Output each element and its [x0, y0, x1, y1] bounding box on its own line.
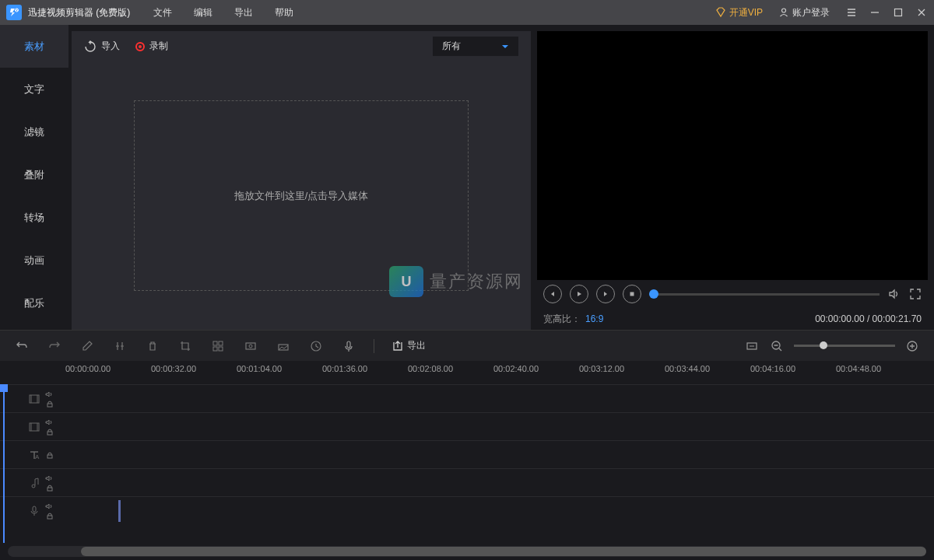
zoom-out-button[interactable] — [769, 338, 785, 354]
voiceover-tool[interactable] — [341, 338, 356, 354]
ruler-mark: 00:01:04.00 — [237, 364, 282, 373]
aspect-value[interactable]: 16:9 — [585, 313, 603, 324]
export-icon — [392, 340, 404, 352]
media-dropzone[interactable]: 拖放文件到这里/点击导入媒体 — [134, 100, 469, 291]
undo-button[interactable] — [14, 338, 30, 354]
close-button[interactable] — [915, 6, 928, 19]
diamond-icon — [715, 7, 726, 18]
menu-help[interactable]: 帮助 — [275, 6, 293, 19]
svg-rect-3 — [630, 292, 634, 296]
export-label: 导出 — [407, 339, 426, 352]
duration-tool[interactable] — [308, 338, 324, 354]
volume-icon[interactable] — [45, 418, 54, 426]
prev-frame-button[interactable] — [543, 285, 562, 303]
sidebar-tab-transition[interactable]: 转场 — [0, 196, 68, 239]
track-text[interactable]: A — [0, 440, 934, 468]
track-audio[interactable] — [0, 468, 934, 496]
timeline-scrollbar[interactable] — [8, 546, 926, 557]
crop-tool[interactable] — [177, 338, 193, 354]
ruler-mark: 00:00:00.00 — [65, 364, 111, 373]
svg-rect-22 — [47, 488, 52, 491]
vip-button[interactable]: 开通VIP — [715, 6, 763, 19]
svg-rect-6 — [213, 347, 217, 351]
sidebar-tab-overlay[interactable]: 叠附 — [0, 153, 68, 196]
preview-progress-thumb[interactable] — [649, 289, 658, 299]
menu-file[interactable]: 文件 — [153, 6, 172, 19]
lock-icon[interactable] — [45, 400, 54, 408]
media-panel: 导入 录制 所有 拖放文件到这里/点击导入媒体 — [72, 31, 531, 330]
redo-button[interactable] — [47, 338, 62, 354]
ruler-mark: 00:04:48.00 — [836, 364, 881, 373]
login-button[interactable]: 账户登录 — [778, 6, 830, 19]
ruler-mark: 00:02:40.00 — [493, 364, 539, 373]
svg-rect-21 — [47, 455, 52, 458]
import-button[interactable]: 导入 — [84, 40, 120, 53]
import-icon — [84, 40, 97, 53]
track-voice[interactable] — [0, 496, 934, 524]
track-head: A — [0, 441, 62, 468]
mosaic-tool[interactable] — [210, 338, 226, 354]
track-head — [0, 385, 62, 412]
sidebar: 素材 文字 滤镜 叠附 转场 动画 配乐 — [0, 25, 68, 330]
volume-icon[interactable] — [45, 474, 54, 482]
svg-rect-7 — [219, 347, 223, 351]
menu-edit[interactable]: 编辑 — [194, 6, 212, 19]
app-logo — [6, 5, 22, 20]
minimize-button[interactable] — [869, 6, 881, 19]
preview-screen[interactable] — [537, 31, 928, 280]
fit-zoom-button[interactable] — [744, 338, 760, 354]
sidebar-tab-filter[interactable]: 滤镜 — [0, 110, 68, 153]
edit-tool[interactable] — [79, 338, 95, 354]
time-display: 00:00:00.00 / 00:00:21.70 — [815, 313, 922, 324]
preview-info: 宽高比： 16:9 00:00:00.00 / 00:00:21.70 — [537, 308, 928, 330]
svg-rect-10 — [279, 345, 288, 350]
menu-export[interactable]: 导出 — [234, 6, 253, 19]
zoom-slider[interactable] — [794, 345, 895, 347]
tracks: A — [0, 384, 934, 543]
svg-rect-2 — [895, 9, 902, 16]
lock-icon[interactable] — [45, 428, 54, 436]
ruler-mark: 00:04:16.00 — [750, 364, 795, 373]
zoom-tool[interactable] — [276, 338, 291, 354]
play-button[interactable] — [570, 285, 588, 303]
sidebar-tab-music[interactable]: 配乐 — [0, 282, 68, 324]
next-frame-button[interactable] — [596, 285, 615, 303]
zoom-in-button[interactable] — [904, 338, 920, 354]
lock-icon[interactable] — [45, 512, 54, 520]
lock-icon[interactable] — [45, 484, 54, 492]
film-icon — [28, 421, 40, 433]
playhead[interactable] — [3, 384, 5, 543]
stop-button[interactable] — [623, 285, 641, 303]
record-button[interactable]: 录制 — [135, 40, 168, 53]
timeline-export-button[interactable]: 导出 — [392, 339, 426, 352]
media-filter-select[interactable]: 所有 — [433, 37, 518, 56]
vip-label: 开通VIP — [729, 6, 763, 19]
zoom-thumb[interactable] — [820, 341, 827, 349]
track-head — [0, 413, 62, 440]
sidebar-tab-media[interactable]: 素材 — [0, 25, 68, 68]
fullscreen-icon — [909, 288, 922, 300]
sidebar-tab-animation[interactable]: 动画 — [0, 239, 68, 282]
titlebar: 迅捷视频剪辑器 (免费版) 文件 编辑 导出 帮助 开通VIP 账户登录 — [0, 0, 934, 25]
sidebar-tab-text[interactable]: 文字 — [0, 68, 68, 110]
preview-progress[interactable] — [649, 293, 880, 296]
volume-icon — [887, 287, 901, 301]
freeze-tool[interactable] — [243, 338, 258, 354]
svg-rect-12 — [347, 341, 350, 348]
volume-icon[interactable] — [45, 390, 54, 398]
delete-tool[interactable] — [145, 338, 160, 354]
preview-panel: 宽高比： 16:9 00:00:00.00 / 00:00:21.70 — [537, 31, 928, 330]
volume-icon[interactable] — [45, 502, 54, 510]
track-video-2[interactable] — [0, 412, 934, 440]
split-tool[interactable] — [112, 338, 128, 354]
maximize-button[interactable] — [892, 6, 904, 19]
scrollbar-thumb[interactable] — [81, 547, 926, 556]
svg-rect-4 — [213, 341, 217, 345]
menu-icon[interactable] — [845, 6, 858, 19]
volume-button[interactable] — [887, 287, 901, 301]
main-area: 素材 文字 滤镜 叠附 转场 动画 配乐 导入 录制 所有 拖放文件到这里/点击… — [0, 25, 934, 330]
timeline-ruler[interactable]: 00:00:00.00 00:00:32.00 00:01:04.00 00:0… — [62, 361, 934, 384]
lock-icon[interactable] — [45, 451, 54, 459]
fullscreen-button[interactable] — [909, 288, 922, 300]
track-video-1[interactable] — [0, 384, 934, 412]
